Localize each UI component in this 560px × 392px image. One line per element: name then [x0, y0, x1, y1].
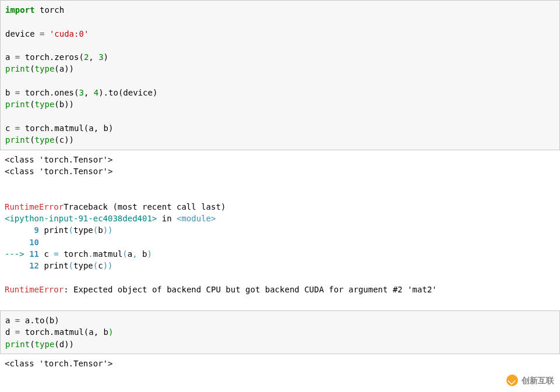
output-cell-1: <class 'torch.Tensor'> <class 'torch.Ten… — [0, 150, 560, 302]
traceback-module: <module> — [177, 214, 216, 223]
keyword-import: import — [5, 5, 35, 15]
stdout-line: <class 'torch.Tensor'> — [5, 155, 112, 164]
stdout-line: <class 'torch.Tensor'> — [5, 359, 112, 368]
traceback-file: <ipython-input-91-ec4038ded401> — [5, 214, 157, 223]
output-cell-2: <class 'torch.Tensor'> — [0, 354, 560, 375]
error-name: RuntimeError — [5, 202, 64, 211]
stdout-line: <class 'torch.Tensor'> — [5, 167, 112, 176]
builtin-type: type — [35, 64, 55, 73]
string-literal: 'cuda:0' — [50, 29, 89, 38]
error-name-final: RuntimeError — [5, 285, 64, 294]
code-cell-2: a = a.to(b) d = torch.matmul(a, b) print… — [0, 310, 560, 354]
error-message: Expected object of backend CPU but got b… — [73, 285, 437, 294]
builtin-print: print — [5, 64, 30, 73]
code-cell-1: import torch device = 'cuda:0' a = torch… — [0, 0, 560, 150]
cell-gap — [0, 301, 560, 310]
lineno: 9 — [34, 225, 39, 235]
traceback-arrow: ---> — [5, 249, 29, 259]
